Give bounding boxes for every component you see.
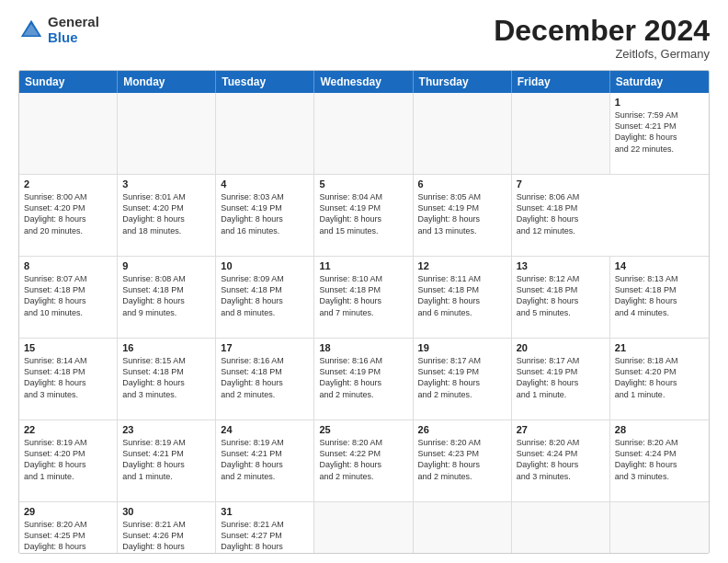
cell-info-line: Daylight: 8 hours xyxy=(517,295,605,306)
cell-info-line: and 2 minutes. xyxy=(221,471,309,482)
cell-info-line: and 2 minutes. xyxy=(418,471,506,482)
empty-cell xyxy=(118,93,216,174)
header-day-friday: Friday xyxy=(512,71,610,93)
day-cell-22: 22Sunrise: 8:19 AMSunset: 4:20 PMDayligh… xyxy=(19,420,118,501)
cell-info-line: Sunrise: 8:21 AM xyxy=(122,519,210,530)
empty-cell xyxy=(512,93,610,174)
header-day-monday: Monday xyxy=(118,71,216,93)
cell-info-line: Sunset: 4:18 PM xyxy=(221,284,309,295)
logo: General Blue xyxy=(18,15,99,45)
cell-info-line: and 2 minutes. xyxy=(418,389,506,400)
day-cell-31: 31Sunrise: 8:21 AMSunset: 4:27 PMDayligh… xyxy=(216,502,314,554)
header-day-sunday: Sunday xyxy=(19,71,118,93)
cell-info-line: Sunrise: 8:07 AM xyxy=(24,273,112,284)
cell-info-line: Daylight: 8 hours xyxy=(221,377,309,388)
cell-info-line: Sunset: 4:18 PM xyxy=(319,284,407,295)
cell-info-line: Daylight: 8 hours xyxy=(122,295,210,306)
cell-info-line: Sunset: 4:18 PM xyxy=(615,284,704,295)
cell-info-line: Sunrise: 8:21 AM xyxy=(221,519,309,530)
day-number: 14 xyxy=(615,260,704,271)
cell-info-line: Sunrise: 8:20 AM xyxy=(319,437,407,448)
cell-info-line: Sunset: 4:21 PM xyxy=(122,448,210,459)
day-number: 8 xyxy=(24,260,112,271)
logo-text: General Blue xyxy=(48,15,99,45)
cell-info-line: Sunset: 4:18 PM xyxy=(221,366,309,377)
day-cell-3: 3Sunrise: 8:01 AMSunset: 4:20 PMDaylight… xyxy=(118,175,216,256)
cell-info-line: Daylight: 8 hours xyxy=(615,132,704,143)
cell-info-line: Daylight: 8 hours xyxy=(319,295,407,306)
empty-cell xyxy=(414,93,512,174)
cell-info-line: and 7 minutes. xyxy=(319,307,407,318)
cell-info-line: Sunset: 4:25 PM xyxy=(24,530,112,541)
cell-info-line: Daylight: 8 hours xyxy=(418,213,506,224)
day-number: 6 xyxy=(418,178,506,190)
cell-info-line: and 3 minutes. xyxy=(517,471,605,482)
cell-info-line: Sunrise: 8:20 AM xyxy=(615,437,704,448)
cell-info-line: Sunset: 4:18 PM xyxy=(517,284,605,295)
cell-info-line: Daylight: 8 hours xyxy=(319,213,407,224)
cell-info-line: Sunset: 4:19 PM xyxy=(319,366,407,377)
cell-info-line: Daylight: 8 hours xyxy=(122,377,210,388)
cell-info-line: Daylight: 8 hours xyxy=(418,295,506,306)
cell-info-line: Sunset: 4:18 PM xyxy=(122,366,210,377)
cell-info-line: Sunset: 4:21 PM xyxy=(221,448,309,459)
cell-info-line: and 3 minutes. xyxy=(24,389,112,400)
cell-info-line: and 10 minutes. xyxy=(24,307,112,318)
cell-info-line: Daylight: 8 hours xyxy=(122,541,210,552)
location-subtitle: Zeitlofs, Germany xyxy=(494,47,710,61)
cell-info-line: Sunrise: 8:13 AM xyxy=(615,273,704,284)
day-cell-23: 23Sunrise: 8:19 AMSunset: 4:21 PMDayligh… xyxy=(118,420,216,501)
cell-info-line: Sunrise: 8:09 AM xyxy=(221,273,309,284)
cell-info-line: and 2 minutes. xyxy=(221,389,309,400)
day-number: 12 xyxy=(418,260,506,271)
cell-info-line: Daylight: 8 hours xyxy=(615,459,704,470)
cell-info-line: Sunrise: 8:04 AM xyxy=(319,191,407,202)
cell-info-line: Sunset: 4:18 PM xyxy=(517,202,606,213)
cell-info-line: Daylight: 8 hours xyxy=(221,295,309,306)
logo-blue: Blue xyxy=(48,29,78,45)
day-number: 26 xyxy=(418,424,506,435)
day-cell-17: 17Sunrise: 8:16 AMSunset: 4:18 PMDayligh… xyxy=(216,339,314,419)
empty-cell xyxy=(610,502,709,554)
cell-info-line: and 8 minutes. xyxy=(221,307,309,318)
day-number: 2 xyxy=(24,178,112,190)
empty-cell xyxy=(19,93,118,174)
day-number: 21 xyxy=(615,342,704,353)
cell-info-line: and 13 minutes. xyxy=(418,225,506,236)
day-cell-14: 14Sunrise: 8:13 AMSunset: 4:18 PMDayligh… xyxy=(610,257,709,338)
day-number: 3 xyxy=(122,178,210,190)
calendar-row-2: 8Sunrise: 8:07 AMSunset: 4:18 PMDaylight… xyxy=(19,257,709,339)
day-cell-8: 8Sunrise: 8:07 AMSunset: 4:18 PMDaylight… xyxy=(19,257,118,338)
day-cell-28: 28Sunrise: 8:20 AMSunset: 4:24 PMDayligh… xyxy=(610,420,709,501)
day-number: 5 xyxy=(319,178,407,190)
day-number: 13 xyxy=(517,260,605,271)
cell-info-line: Daylight: 8 hours xyxy=(24,377,112,388)
cell-info-line: Sunset: 4:22 PM xyxy=(319,448,407,459)
cell-info-line: and 3 minutes. xyxy=(122,389,210,400)
cell-info-line: Sunrise: 8:16 AM xyxy=(319,355,407,366)
cell-info-line: Sunrise: 8:10 AM xyxy=(319,273,407,284)
cell-info-line: Daylight: 8 hours xyxy=(24,295,112,306)
day-cell-19: 19Sunrise: 8:17 AMSunset: 4:19 PMDayligh… xyxy=(414,339,512,419)
day-cell-18: 18Sunrise: 8:16 AMSunset: 4:19 PMDayligh… xyxy=(314,339,413,419)
day-number: 24 xyxy=(221,424,309,435)
cell-info-line: Sunrise: 8:17 AM xyxy=(418,355,506,366)
cell-info-line: Sunset: 4:18 PM xyxy=(418,284,506,295)
cell-info-line: and 15 minutes. xyxy=(319,225,407,236)
cell-info-line: Sunrise: 7:59 AM xyxy=(615,109,704,121)
cell-info-line: Sunrise: 8:14 AM xyxy=(24,355,112,366)
day-cell-10: 10Sunrise: 8:09 AMSunset: 4:18 PMDayligh… xyxy=(216,257,314,338)
cell-info-line: Sunset: 4:19 PM xyxy=(418,366,506,377)
calendar-row-3: 15Sunrise: 8:14 AMSunset: 4:18 PMDayligh… xyxy=(19,339,709,420)
header-day-tuesday: Tuesday xyxy=(216,71,314,93)
cell-info-line: Sunrise: 8:08 AM xyxy=(122,273,210,284)
day-cell-20: 20Sunrise: 8:17 AMSunset: 4:19 PMDayligh… xyxy=(512,339,610,419)
day-cell-2: 2Sunrise: 8:00 AMSunset: 4:20 PMDaylight… xyxy=(19,175,118,256)
cell-info-line: Sunset: 4:18 PM xyxy=(24,366,112,377)
cell-info-line: Daylight: 8 hours xyxy=(221,213,309,224)
cell-info-line: Sunrise: 8:19 AM xyxy=(122,437,210,448)
day-cell-12: 12Sunrise: 8:11 AMSunset: 4:18 PMDayligh… xyxy=(414,257,512,338)
day-number: 4 xyxy=(221,178,309,190)
day-cell-16: 16Sunrise: 8:15 AMSunset: 4:18 PMDayligh… xyxy=(118,339,216,419)
calendar-row-0: 1Sunrise: 7:59 AMSunset: 4:21 PMDaylight… xyxy=(19,93,709,175)
